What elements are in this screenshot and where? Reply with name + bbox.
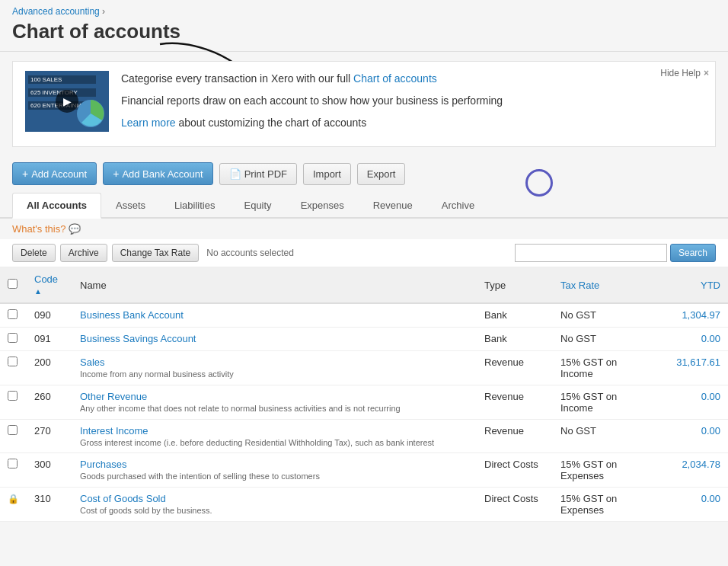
col-header-taxrate: Tax Rate: [553, 267, 659, 303]
row-name-090: Business Bank Account: [72, 303, 477, 328]
row-ytd-200: 31,617.61: [659, 351, 728, 385]
tabs-section: All Accounts Assets Liabilities Equity E…: [0, 191, 728, 219]
table-row: 🔒310Cost of Goods SoldCost of goods sold…: [0, 488, 728, 522]
code-label: Code: [34, 273, 58, 285]
play-button[interactable]: ▶: [56, 90, 78, 113]
account-name-link-260[interactable]: Other Revenue: [80, 391, 147, 402]
tab-all-accounts[interactable]: All Accounts: [12, 193, 101, 219]
change-tax-rate-button[interactable]: Change Tax Rate: [112, 244, 200, 262]
hide-help-button[interactable]: Hide Help ×: [660, 68, 709, 78]
accounts-table-area: Code ▲ Name Type Tax Rate YTD 090Busines…: [0, 267, 728, 522]
tab-revenue[interactable]: Revenue: [359, 193, 427, 219]
row-code-091: 091: [27, 328, 72, 351]
tab-expenses[interactable]: Expenses: [286, 193, 359, 219]
col-header-code[interactable]: Code ▲: [27, 267, 72, 303]
toolbar: + Add Account + Add Bank Account 📄 Print…: [0, 156, 728, 191]
checkbox-091[interactable]: [8, 333, 18, 343]
learn-more-link[interactable]: Learn more: [121, 117, 176, 129]
breadcrumb-separator: ›: [102, 6, 105, 17]
col-header-ytd: YTD: [659, 267, 728, 303]
export-button[interactable]: Export: [357, 163, 406, 185]
row-ytd-270: 0.00: [659, 420, 728, 453]
table-header-row: Code ▲ Name Type Tax Rate YTD: [0, 267, 728, 303]
row-type-270: Revenue: [477, 420, 553, 453]
row-check-270: [0, 420, 27, 453]
add-account-label: Add Account: [31, 168, 87, 180]
row-taxrate-200: 15% GST on Income: [553, 351, 659, 385]
hide-help-label: Hide Help: [660, 68, 701, 78]
video-pie-chart: [75, 98, 106, 129]
help-video-thumbnail[interactable]: 100 SALES 625 INVENTORY 620 ENTERTAINMEN…: [25, 71, 109, 132]
add-bank-account-button[interactable]: + Add Bank Account: [103, 162, 212, 185]
row-ytd-260: 0.00: [659, 385, 728, 420]
row-code-200: 200: [27, 351, 72, 385]
row-type-310: Direct Costs: [477, 488, 553, 522]
help-section: 100 SALES 625 INVENTORY 620 ENTERTAINMEN…: [12, 61, 716, 147]
import-label: Import: [313, 168, 341, 180]
row-check-200: [0, 351, 27, 385]
account-desc-270: Gross interest income (i.e. before deduc…: [80, 438, 469, 447]
hide-help-close-icon: ×: [704, 68, 709, 78]
row-ytd-090: 1,304.97: [659, 303, 728, 328]
add-bank-icon: +: [113, 168, 119, 180]
checkbox-270[interactable]: [8, 425, 18, 435]
account-name-link-270[interactable]: Interest Income: [80, 425, 148, 436]
row-code-260: 260: [27, 385, 72, 420]
row-type-090: Bank: [477, 303, 553, 328]
row-check-091: [0, 328, 27, 351]
row-taxrate-310: 15% GST on Expenses: [553, 488, 659, 522]
add-icon: +: [22, 168, 28, 180]
account-name-link-310[interactable]: Cost of Goods Sold: [80, 493, 166, 504]
account-name-link-300[interactable]: Purchases: [80, 459, 126, 470]
search-input[interactable]: [515, 244, 667, 262]
breadcrumb-parent-link[interactable]: Advanced accounting: [12, 6, 100, 17]
search-button[interactable]: Search: [670, 244, 716, 262]
row-type-200: Revenue: [477, 351, 553, 385]
col-header-type: Type: [477, 267, 553, 303]
tab-liabilities[interactable]: Liabilities: [160, 193, 229, 219]
row-type-091: Bank: [477, 328, 553, 351]
chart-of-accounts-link[interactable]: Chart of accounts: [353, 72, 437, 85]
checkbox-300[interactable]: [8, 459, 18, 468]
account-name-link-090[interactable]: Business Bank Account: [80, 309, 184, 321]
breadcrumb: Advanced accounting ›: [0, 0, 728, 18]
tab-archive[interactable]: Archive: [427, 193, 489, 219]
row-check-310: 🔒: [0, 488, 27, 522]
import-button[interactable]: Import: [303, 163, 351, 185]
table-row: 260Other RevenueAny other income that do…: [0, 385, 728, 420]
tabs-list: All Accounts Assets Liabilities Equity E…: [12, 191, 716, 217]
no-selection-text: No accounts selected: [206, 248, 510, 258]
lock-icon: 🔒: [8, 494, 19, 504]
row-name-270: Interest IncomeGross interest income (i.…: [72, 420, 477, 453]
checkbox-260[interactable]: [8, 391, 18, 401]
help-line2: Financial reports draw on each account t…: [121, 93, 703, 109]
col-header-name: Name: [72, 267, 477, 303]
row-code-090: 090: [27, 303, 72, 328]
row-taxrate-270: No GST: [553, 420, 659, 453]
help-bubble-icon: 💬: [69, 223, 81, 235]
table-row: 200SalesIncome from any normal business …: [0, 351, 728, 385]
checkbox-090[interactable]: [8, 309, 18, 319]
account-desc-300: Goods purchased with the intention of se…: [80, 472, 469, 481]
account-name-link-091[interactable]: Business Savings Account: [80, 333, 196, 344]
row-check-260: [0, 385, 27, 420]
row-taxrate-091: No GST: [553, 328, 659, 351]
account-name-link-200[interactable]: Sales: [80, 357, 105, 368]
row-name-200: SalesIncome from any normal business act…: [72, 351, 477, 385]
table-row: 270Interest IncomeGross interest income …: [0, 420, 728, 453]
delete-button[interactable]: Delete: [12, 244, 56, 262]
row-type-300: Direct Costs: [477, 453, 553, 488]
whats-this-link[interactable]: What's this? 💬: [0, 219, 728, 239]
archive-button[interactable]: Archive: [60, 244, 107, 262]
tab-assets[interactable]: Assets: [101, 193, 160, 219]
row-code-300: 300: [27, 453, 72, 488]
row-code-310: 310: [27, 488, 72, 522]
print-pdf-button[interactable]: 📄 Print PDF: [219, 163, 297, 185]
tab-equity[interactable]: Equity: [229, 193, 286, 219]
checkbox-200[interactable]: [8, 357, 18, 366]
help-text-area: Categorise every transaction in Xero wit…: [121, 71, 703, 137]
select-all-checkbox[interactable]: [8, 279, 18, 289]
row-ytd-310: 0.00: [659, 488, 728, 522]
row-type-260: Revenue: [477, 385, 553, 420]
add-account-button[interactable]: + Add Account: [12, 162, 97, 185]
